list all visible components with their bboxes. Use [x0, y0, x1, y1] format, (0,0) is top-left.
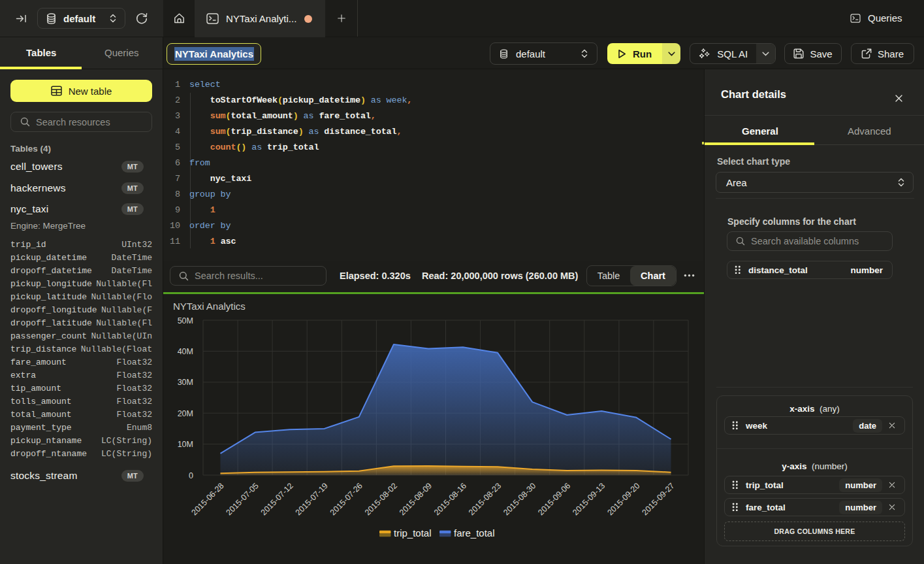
- svg-text:2015-09-20: 2015-09-20: [605, 481, 641, 517]
- svg-text:fare_total: fare_total: [454, 527, 495, 539]
- svg-text:40M: 40M: [178, 347, 193, 356]
- svg-text:2015-09-13: 2015-09-13: [571, 481, 607, 517]
- svg-text:2015-07-19: 2015-07-19: [294, 481, 330, 517]
- svg-text:0: 0: [189, 471, 193, 480]
- svg-text:30M: 30M: [178, 378, 193, 387]
- svg-text:2015-08-02: 2015-08-02: [363, 481, 399, 517]
- svg-text:20M: 20M: [178, 409, 193, 418]
- svg-text:2015-08-23: 2015-08-23: [467, 481, 503, 517]
- svg-text:2015-07-12: 2015-07-12: [259, 481, 295, 517]
- svg-text:2015-09-06: 2015-09-06: [536, 481, 572, 517]
- svg-text:NYTaxi Analytics: NYTaxi Analytics: [173, 301, 246, 312]
- svg-text:50M: 50M: [178, 316, 193, 325]
- svg-text:2015-08-09: 2015-08-09: [398, 481, 434, 517]
- svg-text:2015-08-16: 2015-08-16: [432, 481, 468, 517]
- svg-text:2015-06-28: 2015-06-28: [190, 481, 226, 517]
- svg-text:2015-08-30: 2015-08-30: [502, 481, 537, 517]
- svg-text:2015-09-27: 2015-09-27: [641, 481, 677, 517]
- svg-text:2015-07-05: 2015-07-05: [225, 481, 261, 517]
- svg-text:10M: 10M: [178, 440, 193, 449]
- svg-text:2015-07-26: 2015-07-26: [328, 481, 364, 517]
- svg-text:trip_total: trip_total: [394, 527, 432, 539]
